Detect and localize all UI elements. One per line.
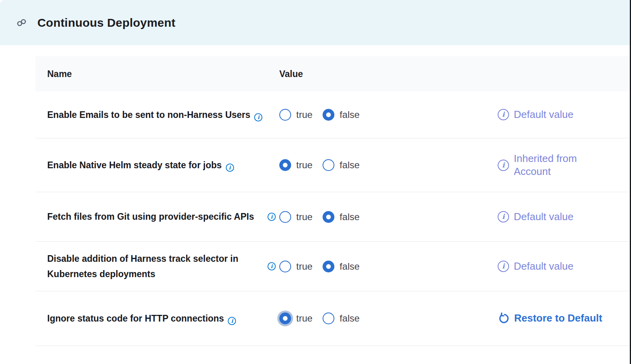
status-label: Default value — [514, 260, 574, 273]
status-cell[interactable]: i Restore to Default — [471, 312, 630, 325]
info-icon[interactable]: i — [268, 213, 276, 221]
info-icon: i — [498, 261, 509, 272]
status-cell[interactable]: i Inherited from Account — [471, 152, 630, 178]
setting-value-cell: i true false — [268, 313, 471, 324]
status-label: Restore to Default — [514, 312, 602, 325]
info-icon: i — [498, 211, 509, 222]
radio-option-true[interactable]: true — [279, 261, 312, 272]
radio-option-true[interactable]: true — [279, 159, 312, 171]
radio-label-false: false — [339, 211, 360, 222]
setting-name-cell: Enable Native Helm steady state for jobs… — [35, 158, 268, 173]
radio-button-true[interactable] — [279, 211, 291, 223]
settings-table: Name Value Enable Emails to be sent to n… — [35, 56, 630, 346]
radio-label-false: false — [339, 261, 360, 272]
setting-value-cell: i true false — [268, 109, 471, 121]
radio-label-false: false — [339, 109, 360, 120]
radio-option-true[interactable]: true — [279, 313, 312, 324]
radio-button-true[interactable] — [279, 109, 291, 121]
column-header-name: Name — [35, 69, 268, 79]
setting-row: Enable Native Helm steady state for jobs… — [35, 138, 630, 192]
section-header: Continuous Deployment — [0, 0, 631, 45]
setting-value-cell: i true false — [268, 159, 471, 171]
radio-option-false[interactable]: false — [323, 211, 360, 223]
status-cell[interactable]: i Default value — [471, 260, 630, 273]
setting-row: Ignore status code for HTTP connectionsi… — [35, 291, 630, 346]
info-icon[interactable]: i — [228, 317, 236, 325]
status-label: Inherited from Account — [514, 152, 612, 178]
radio-label-true: true — [296, 211, 312, 222]
setting-row: Fetch files from Git using provider-spec… — [35, 192, 630, 242]
radio-button-true[interactable] — [279, 159, 291, 171]
setting-row: Disable addition of Harness track select… — [35, 242, 630, 291]
radio-label-true: true — [296, 160, 312, 171]
radio-button-true[interactable] — [279, 261, 291, 272]
radio-option-false[interactable]: false — [323, 159, 360, 171]
status-cell[interactable]: i Default value — [471, 108, 630, 121]
status-label: Default value — [514, 108, 574, 121]
radio-label-true: true — [296, 109, 312, 120]
info-icon: i — [498, 160, 509, 171]
radio-option-true[interactable]: true — [279, 109, 312, 121]
radio-button-false[interactable] — [323, 211, 334, 223]
setting-name: Enable Emails to be sent to non-Harness … — [47, 110, 250, 120]
setting-name: Enable Native Helm steady state for jobs — [47, 160, 222, 170]
page-title: Continuous Deployment — [37, 16, 175, 29]
setting-name: Fetch files from Git using provider-spec… — [47, 211, 254, 222]
info-icon[interactable]: i — [268, 262, 276, 270]
setting-name-cell: Fetch files from Git using provider-spec… — [35, 209, 268, 224]
status-label: Default value — [514, 210, 574, 223]
setting-name-cell: Ignore status code for HTTP connectionsi — [35, 311, 268, 326]
setting-name-cell: Enable Emails to be sent to non-Harness … — [35, 107, 268, 123]
info-icon[interactable]: i — [254, 113, 262, 121]
radio-button-false[interactable] — [323, 159, 334, 171]
radio-label-true: true — [296, 313, 312, 324]
setting-name: Disable addition of Harness track select… — [47, 254, 238, 279]
table-header-row: Name Value — [35, 56, 630, 92]
radio-button-false[interactable] — [323, 313, 334, 324]
radio-label-false: false — [339, 160, 360, 171]
radio-button-false[interactable] — [323, 109, 334, 121]
setting-row: Enable Emails to be sent to non-Harness … — [35, 92, 630, 138]
radio-label-true: true — [296, 261, 312, 272]
radio-option-false[interactable]: false — [323, 313, 360, 324]
radio-option-false[interactable]: false — [323, 261, 360, 272]
radio-button-false[interactable] — [323, 261, 334, 272]
restore-icon[interactable] — [498, 313, 509, 324]
radio-option-true[interactable]: true — [279, 211, 312, 223]
info-icon[interactable]: i — [226, 164, 234, 172]
setting-value-cell: i true false — [268, 261, 471, 272]
radio-option-false[interactable]: false — [323, 109, 360, 121]
setting-name: Ignore status code for HTTP connections — [47, 313, 224, 324]
radio-button-true[interactable] — [279, 313, 291, 324]
setting-value-cell: i true false — [268, 211, 471, 223]
chain-link-icon[interactable] — [17, 18, 27, 27]
radio-label-false: false — [339, 313, 360, 324]
column-header-value: Value — [268, 69, 471, 79]
setting-name-cell: Disable addition of Harness track select… — [35, 251, 268, 281]
info-icon: i — [498, 109, 509, 120]
status-cell[interactable]: i Default value — [471, 210, 630, 223]
